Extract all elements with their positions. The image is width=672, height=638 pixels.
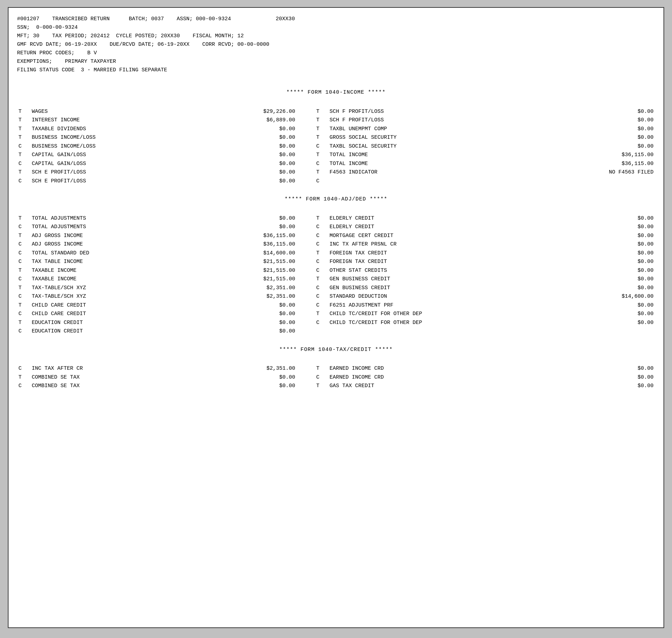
row-prefix-left: C [17,177,31,186]
row-label-right: F6251 ADJUSTMENT PRF [328,301,558,310]
table-row: CCHILD CARE CREDIT$0.00TCHILD TC/CREDIT … [17,310,655,319]
adjded-table: TTOTAL ADJUSTMENTS$0.00TELDERLY CREDIT$0… [17,214,655,336]
row-prefix-left: C [17,382,31,391]
row-value-right: $14,600.00 [558,292,655,301]
document: #001207 TRANSCRIBED RETURN BATCH; 0037 A… [8,7,664,628]
row-prefix-left: T [17,133,31,142]
header-line-6: EXEMPTIONS; PRIMARY TAXPAYER [17,57,655,66]
row-value-right: $0.00 [558,116,655,125]
table-row: TBUSINESS INCOME/LOSS$0.00TGROSS SOCIAL … [17,133,655,142]
row-value-left: $29,226.00 [200,108,297,116]
row-label-right [328,177,558,186]
row-label-right: SCH F PROFIT/LOSS [328,116,558,125]
row-value-left: $6,889.00 [200,116,297,125]
row-value-left: $0.00 [200,310,297,319]
row-value-right: $0.00 [558,364,655,373]
header-line-7: FILING STATUS CODE 3 - MARRIED FILING SE… [17,66,655,75]
row-label-right [328,327,558,336]
row-value-left: $0.00 [200,327,297,336]
row-value-left: $2,351.00 [200,364,297,373]
row-prefix-left: T [17,373,31,382]
row-label-right: GEN BUSINESS CREDIT [328,284,558,293]
row-value-right: $0.00 [558,266,655,275]
row-value-left: $0.00 [200,214,297,223]
table-row: TTAX-TABLE/SCH XYZ$2,351.00CGEN BUSINESS… [17,284,655,293]
table-row: CBUSINESS INCOME/LOSS$0.00CTAXBL SOCIAL … [17,142,655,151]
row-prefix-right: C [315,319,328,328]
row-value-left: $0.00 [200,301,297,310]
table-row: TTAXABLE INCOME$21,515.00COTHER STAT CRE… [17,266,655,275]
row-label-right: EARNED INCOME CRD [328,373,558,382]
row-label-right: GAS TAX CREDIT [328,382,558,391]
row-value-right: $0.00 [558,284,655,293]
header-section: #001207 TRANSCRIBED RETURN BATCH; 0037 A… [17,15,655,75]
row-prefix-right: C [315,232,328,241]
row-value-right: $0.00 [558,125,655,134]
row-prefix-left: T [17,284,31,293]
row-label-right: TOTAL INCOME [328,160,558,169]
row-value-left: $0.00 [200,168,297,177]
row-prefix-right: C [315,301,328,310]
row-label-right: OTHER STAT CREDITS [328,266,558,275]
row-prefix-right: C [315,258,328,266]
table-row: TINTEREST INCOME$6,889.00TSCH F PROFIT/L… [17,116,655,125]
row-value-right: $36,115.00 [558,151,655,160]
row-value-right [558,327,655,336]
row-prefix-right: C [315,284,328,293]
row-label-right: GEN BUSINESS CREDIT [328,275,558,284]
row-value-right: NO F4563 FILED [558,168,655,177]
row-prefix-right: C [315,373,328,382]
row-label-right: GROSS SOCIAL SECURITY [328,133,558,142]
row-prefix-right: T [315,108,328,116]
row-label-right: EARNED INCOME CRD [328,364,558,373]
row-value-left: $36,115.00 [200,232,297,241]
row-label-right: INC TX AFTER PRSNL CR [328,240,558,249]
row-value-left: $14,600.00 [200,249,297,258]
income-table: TWAGES$29,226.00TSCH F PROFIT/LOSS$0.00T… [17,108,655,186]
table-row: CADJ GROSS INCOME$36,115.00CINC TX AFTER… [17,240,655,249]
income-section: ***** FORM 1040-INCOME ***** TWAGES$29,2… [17,89,655,186]
row-label-left: TAX TABLE INCOME [31,258,200,266]
row-prefix-right: C [315,292,328,301]
table-row: CTAX TABLE INCOME$21,515.00CFOREIGN TAX … [17,258,655,266]
row-label-left: ADJ GROSS INCOME [31,232,200,241]
row-value-right: $0.00 [558,382,655,391]
row-prefix-left: T [17,168,31,177]
row-value-right: $36,115.00 [558,160,655,169]
taxcredit-section: ***** FORM 1040-TAX/CREDIT ***** CINC TA… [17,346,655,391]
row-prefix-left: T [17,116,31,125]
table-row: CTOTAL STANDARD DED$14,600.00TFOREIGN TA… [17,249,655,258]
row-label-left: BUSINESS INCOME/LOSS [31,133,200,142]
row-label-left: CAPITAL GAIN/LOSS [31,160,200,169]
row-value-left: $0.00 [200,373,297,382]
row-prefix-left: C [17,223,31,232]
row-label-right: TOTAL INCOME [328,151,558,160]
row-value-left: $0.00 [200,151,297,160]
row-value-right: $0.00 [558,275,655,284]
row-prefix-left: T [17,266,31,275]
row-prefix-right: T [315,310,328,319]
row-label-right: FOREIGN TAX CREDIT [328,258,558,266]
table-row: CSCH E PROFIT/LOSS$0.00C [17,177,655,186]
row-value-right: $0.00 [558,223,655,232]
row-label-right: CHILD TC/CREDIT FOR OTHER DEP [328,319,558,328]
row-value-left: $0.00 [200,125,297,134]
row-value-right: $0.00 [558,133,655,142]
row-label-right: STANDARD DEDUCTION [328,292,558,301]
row-prefix-right: T [315,133,328,142]
row-label-left: CHILD CARE CREDIT [31,310,200,319]
adjded-header: ***** FORM 1040-ADJ/DED ***** [17,196,655,204]
table-row: TTAXABLE DIVIDENDS$0.00TTAXBL UNEMPMT CO… [17,125,655,134]
row-value-right: $0.00 [558,232,655,241]
table-row: CTOTAL ADJUSTMENTS$0.00CELDERLY CREDIT$0… [17,223,655,232]
row-value-right: $0.00 [558,240,655,249]
row-prefix-left: T [17,232,31,241]
row-label-left: BUSINESS INCOME/LOSS [31,142,200,151]
row-label-left: TOTAL ADJUSTMENTS [31,223,200,232]
row-label-left: TOTAL ADJUSTMENTS [31,214,200,223]
row-value-left: $0.00 [200,177,297,186]
table-row: CCOMBINED SE TAX$0.00TGAS TAX CREDIT$0.0… [17,382,655,391]
row-label-left: WAGES [31,108,200,116]
header-line-1: #001207 TRANSCRIBED RETURN BATCH; 0037 A… [17,15,655,23]
table-row: CTAX-TABLE/SCH XYZ$2,351.00CSTANDARD DED… [17,292,655,301]
